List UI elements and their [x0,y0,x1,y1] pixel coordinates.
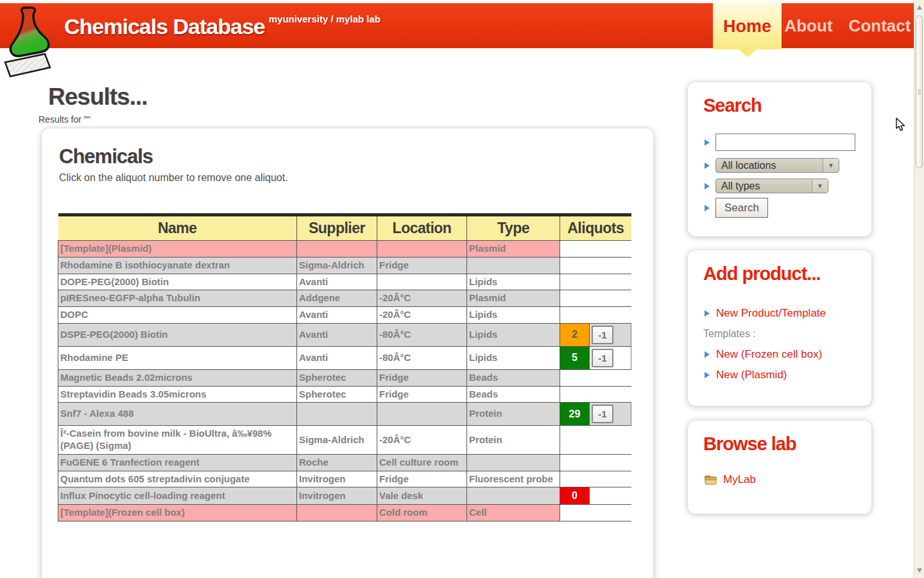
remove-aliquot-button[interactable]: -1 [592,405,613,423]
column-header-type: Type [467,215,560,241]
new-product-template-link[interactable]: New Product/Template [705,307,826,320]
aliquot-action-cell: -1 [590,403,631,426]
type-cell: Fluorescent probe [467,471,560,487]
supplier-cell [297,241,377,258]
vertical-scrollbar[interactable] [914,0,924,578]
aliquot-count[interactable]: 0 [560,487,590,505]
type-cell: Beads [467,369,560,386]
scroll-down-arrow-icon[interactable] [917,568,922,573]
arrow-bullet-icon [705,162,710,169]
supplier-cell: Spherotec [297,386,377,403]
scroll-up-arrow-icon[interactable] [917,5,922,10]
supplier-cell: Avanti [297,323,377,346]
remove-aliquot-button[interactable]: -1 [592,349,613,367]
chemical-name-link[interactable]: DOPC [58,307,297,324]
link-label: MyLab [723,473,756,486]
chemical-name-link[interactable]: Influx Pinocytic cell-loading reagent [58,487,297,505]
aliquot-action-cell: -1 [590,346,631,369]
chemical-name-link[interactable]: Rhodamine PE [58,346,297,369]
supplier-cell: Sigma-Aldrich [297,426,377,455]
aliquot-count[interactable]: 29 [560,403,590,426]
arrow-bullet-icon [705,205,710,211]
column-header-aliquots: Aliquots [560,215,631,241]
table-row: Snf7 - Alexa 488 Protein 29 -1 [58,403,631,426]
supplier-cell: Invitrogen [297,487,377,505]
chemical-name-link[interactable]: Magnetic Beads 2.02microns [58,369,297,386]
app-subtitle: myuniversity / mylab lab [269,13,381,24]
scrollbar-thumb[interactable] [916,15,923,168]
table-row: Î²-Casein from bovine milk - BioUltra, â… [58,426,631,455]
location-cell: Vale desk [377,487,467,505]
aliquot-action-cell [590,471,631,487]
chemical-name-link[interactable]: Snf7 - Alexa 488 [58,403,297,426]
panel-subtitle: Click on the aliquot number to remove on… [59,172,288,184]
nav-tab-about[interactable]: About [771,3,846,48]
supplier-cell: Avanti [297,307,377,324]
table-row: Magnetic Beads 2.02microns Spherotec Fri… [58,369,631,386]
table-row: DSPE-PEG(2000) Biotin Avanti -80Â°C Lipi… [58,323,631,346]
supplier-cell: Roche [297,454,377,471]
type-cell: Protein [467,426,560,455]
chemical-name-link[interactable]: pIRESneo-EGFP-alpha Tubulin [58,290,297,307]
location-cell: -20Â°C [377,426,467,455]
aliquot-action-cell [590,426,631,455]
location-filter-select[interactable]: All locations ▼ [715,158,839,173]
aliquot-action-cell: -1 [590,323,631,346]
supplier-cell [297,403,377,426]
chemical-name-link[interactable]: FuGENE 6 Tranfection reagent [58,454,297,471]
aliquot-count [560,241,590,258]
app-title-text: Chemicals Database [64,14,265,39]
type-cell [467,454,560,471]
chemical-name-link[interactable]: Streptavidin Beads 3.05microns [58,386,297,403]
type-cell: Beads [467,386,560,403]
arrow-bullet-icon [705,183,710,189]
type-filter-select[interactable]: All types ▼ [715,179,828,193]
aliquot-action-cell [590,454,631,471]
flask-logo-icon [1,4,53,81]
panel-title: Chemicals [59,145,153,168]
chemical-name-link[interactable]: Rhodamine B isothiocyanate dextran [58,257,297,274]
new-plasmid-link[interactable]: New (Plasmid) [705,369,787,381]
location-filter-value: All locations [716,160,823,171]
aliquot-count [560,274,590,290]
type-cell: Cell [467,505,560,521]
type-cell: Protein [467,403,560,426]
chemical-name-link[interactable]: Î²-Casein from bovine milk - BioUltra, â… [58,426,297,455]
remove-aliquot-button[interactable]: -1 [592,326,613,344]
new-frozen-cell-box-link[interactable]: New (Frozen cell box) [705,348,822,361]
mylab-link[interactable]: MyLab [705,473,756,486]
page: Chemicals Databasemyuniversity / mylab l… [0,0,924,578]
aliquot-count[interactable]: 5 [560,346,590,369]
search-input[interactable] [715,134,855,151]
supplier-cell: Spherotec [297,369,377,386]
location-cell: -20Â°C [377,307,467,324]
table-row: Influx Pinocytic cell-loading reagent In… [58,487,631,505]
location-cell [377,241,467,258]
chemical-name-link[interactable]: [Template](Plasmid) [58,241,297,258]
chemical-name-link[interactable]: DOPE-PEG(2000) Biotin [58,274,297,290]
search-panel: Search All locations ▼ All types ▼ Searc… [688,82,871,236]
aliquot-count[interactable]: 2 [560,323,590,346]
link-label: New Product/Template [716,307,826,320]
chemical-name-link[interactable]: Quantum dots 605 streptadivin conjugate [58,471,297,487]
type-cell [467,257,560,274]
aliquot-count [560,471,590,487]
search-button[interactable]: Search [715,198,768,218]
type-cell: Lipids [467,274,560,290]
aliquot-action-cell [590,386,631,403]
location-cell: Cold room [377,505,467,521]
type-filter-value: All types [716,180,812,192]
supplier-cell: Addgene [297,290,377,307]
type-cell [467,487,560,505]
chemical-name-link[interactable]: DSPE-PEG(2000) Biotin [58,323,297,346]
aliquot-action-cell [590,290,631,307]
supplier-cell: Sigma-Aldrich [297,257,377,274]
aliquot-count [560,307,590,324]
location-cell: -80Â°C [377,346,467,369]
aliquot-count [560,386,590,403]
nav-tab-contact[interactable]: Contact [846,3,914,48]
location-cell: Fridge [377,471,467,487]
chemical-name-link[interactable]: [Template](Frozen cell box) [58,505,297,521]
aliquot-count [560,426,590,455]
supplier-cell: Avanti [297,274,377,290]
